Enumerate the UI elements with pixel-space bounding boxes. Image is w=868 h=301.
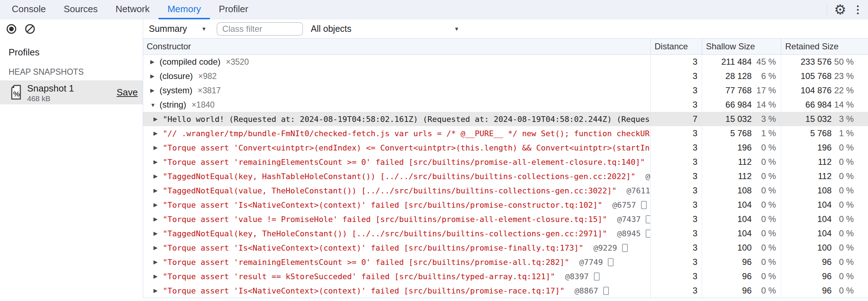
shallow-size-percent: 0 % — [752, 143, 776, 153]
constructor-cell: ▶ "Torque assert 'Is<NativeContext>(cont… — [143, 198, 651, 212]
constructor-text: (string) — [160, 100, 186, 110]
table-row[interactable]: ▶ "Torque assert 'Is<NativeContext>(cont… — [143, 198, 868, 212]
retained-size-value: 104 — [781, 214, 832, 224]
shallow-size-percent: 45 % — [752, 57, 776, 67]
settings-gear-icon[interactable]: ⚙ — [834, 0, 846, 19]
shallow-size-value: 112 — [702, 157, 752, 167]
profiles-toolbar — [0, 19, 143, 38]
expander-icon[interactable]: ▶ — [150, 73, 160, 79]
retained-size-cell: 96 0 % — [781, 269, 868, 283]
retained-size-percent: 0 % — [832, 200, 854, 210]
constructor-cell: ▶ "Torque assert 'Is<NativeContext>(cont… — [143, 283, 651, 298]
table-row[interactable]: ▶ "TaggedNotEqual(value, TheHoleConstant… — [143, 183, 868, 198]
shallow-size-percent: 0 % — [752, 171, 776, 181]
shallow-size-percent: 0 % — [752, 243, 776, 253]
table-row[interactable]: ▶ "Torque assert 'Is<NativeContext>(cont… — [143, 241, 868, 255]
expander-icon[interactable]: ▶ — [153, 273, 163, 280]
table-row[interactable]: ▶ (system) ×3817 3 77 768 17 % 104 876 2… — [143, 83, 868, 98]
tab-console[interactable]: Console — [3, 0, 55, 19]
column-header-constructor[interactable]: Constructor — [143, 39, 651, 54]
shallow-size-value: 112 — [702, 171, 752, 181]
table-row[interactable]: ▶ "Torque assert 'result == kStoreSucced… — [143, 269, 868, 283]
shallow-size-value: 108 — [702, 186, 752, 196]
expander-icon[interactable]: ▶ — [153, 287, 163, 294]
instance-count: ×3520 — [226, 57, 249, 67]
distance-cell: 3 — [651, 169, 702, 183]
constructor-cell: ▶ (compiled code) ×3520 — [143, 55, 651, 69]
shallow-size-cell: 211 484 45 % — [702, 55, 781, 69]
retained-size-value: 104 876 — [781, 85, 832, 95]
expander-icon[interactable]: ▶ — [150, 87, 160, 94]
distance-cell: 3 — [651, 126, 702, 140]
object-id: @8867 — [575, 286, 598, 295]
expander-icon[interactable]: ▶ — [153, 173, 163, 179]
retained-size-value: 100 — [781, 243, 832, 253]
shallow-size-value: 66 984 — [702, 100, 752, 110]
tab-profiler[interactable]: Profiler — [210, 0, 257, 19]
expander-icon[interactable]: ▼ — [150, 102, 160, 108]
object-id: @8397 — [565, 272, 589, 281]
table-row[interactable]: ▶ "Torque assert 'Is<NativeContext>(cont… — [143, 283, 868, 298]
more-options-kebab-icon[interactable] — [856, 4, 860, 16]
table-row[interactable]: ▶ "Torque assert 'value != PromiseHole' … — [143, 212, 868, 226]
tofu-glyph-icon — [622, 244, 628, 252]
constructor-text: "Torque assert 'remainingElementsCount >… — [163, 258, 569, 267]
table-row[interactable]: ▶ "Torque assert 'Convert<uintptr>(endIn… — [143, 140, 868, 155]
tofu-glyph-icon — [646, 215, 651, 223]
object-id: @6757 — [612, 201, 636, 209]
column-header-retained-size[interactable]: Retained Size — [781, 39, 868, 54]
chevron-down-icon: ▼ — [201, 26, 207, 32]
distance-cell: 3 — [651, 255, 702, 269]
table-row[interactable]: ▶ (compiled code) ×3520 3 211 484 45 % 2… — [143, 55, 868, 69]
expander-icon[interactable]: ▶ — [153, 202, 163, 208]
tab-sources[interactable]: Sources — [55, 0, 106, 19]
expander-icon[interactable]: ▶ — [150, 59, 160, 65]
record-heap-snapshot-button[interactable] — [6, 23, 17, 35]
expander-icon[interactable]: ▶ — [153, 230, 163, 237]
table-row[interactable]: ▼ (string) ×1840 3 66 984 14 % 66 984 14… — [143, 98, 868, 112]
retained-size-cell: 196 0 % — [781, 140, 868, 155]
shallow-size-percent: 0 % — [752, 271, 776, 281]
table-row[interactable]: ▶ "Torque assert 'remainingElementsCount… — [143, 255, 868, 269]
shallow-size-cell: 15 032 3 % — [702, 112, 781, 126]
retained-size-cell: 66 984 14 % — [781, 98, 868, 112]
snapshot-list-item[interactable]: % Snapshot 1 468 kB Save — [0, 80, 143, 104]
table-row[interactable]: ▶ "Torque assert 'remainingElementsCount… — [143, 155, 868, 169]
retained-size-value: 66 984 — [781, 100, 832, 110]
tab-network[interactable]: Network — [107, 0, 158, 19]
expander-icon[interactable]: ▶ — [153, 216, 163, 222]
table-row[interactable]: ▶ "// .wrangler/tmp/bundle-FmNIt0/checke… — [143, 126, 868, 140]
retained-size-cell: 100 0 % — [781, 241, 868, 255]
distance-cell: 3 — [651, 140, 702, 155]
column-header-distance[interactable]: Distance — [651, 39, 702, 54]
retained-size-cell: 233 576 50 % — [781, 55, 868, 69]
perspective-select[interactable]: Summary ▼ — [149, 24, 207, 34]
expander-icon[interactable]: ▶ — [153, 130, 163, 137]
svg-text:%: % — [13, 90, 20, 98]
retained-size-value: 108 — [781, 186, 832, 196]
column-header-shallow-size[interactable]: Shallow Size — [702, 39, 781, 54]
expander-icon[interactable]: ▶ — [153, 159, 163, 165]
save-snapshot-link[interactable]: Save — [117, 87, 138, 98]
constructor-cell: ▶ "Torque assert 'remainingElementsCount… — [143, 255, 651, 269]
clear-profiles-button[interactable] — [24, 23, 36, 35]
object-id: @7749 — [579, 258, 603, 267]
table-row[interactable]: ▶ (closure) ×982 3 28 128 6 % 105 768 23… — [143, 69, 868, 83]
retained-size-cell: 112 0 % — [781, 155, 868, 169]
expander-icon[interactable]: ▶ — [153, 116, 163, 122]
expander-icon[interactable]: ▶ — [153, 259, 163, 265]
class-filter-input[interactable] — [217, 22, 303, 36]
constructor-text: "TaggedNotEqual(key, TheHoleConstant()) … — [163, 229, 607, 238]
objects-filter-select[interactable]: All objects ▼ — [311, 24, 459, 34]
table-row[interactable]: ▶ "TaggedNotEqual(key, HashTableHoleCons… — [143, 169, 868, 183]
expander-icon[interactable]: ▶ — [153, 187, 163, 194]
expander-icon[interactable]: ▶ — [153, 144, 163, 151]
table-row[interactable]: ▶ "Hello world! (Requested at: 2024-08-1… — [143, 112, 868, 126]
shallow-size-cell: 96 0 % — [702, 269, 781, 283]
retained-size-percent: 0 % — [832, 271, 854, 281]
table-row[interactable]: ▶ "TaggedNotEqual(key, TheHoleConstant()… — [143, 226, 868, 241]
expander-icon[interactable]: ▶ — [153, 245, 163, 251]
constructor-cell: ▶ "TaggedNotEqual(key, HashTableHoleCons… — [143, 169, 651, 183]
instance-count: ×3817 — [198, 86, 221, 95]
tab-memory[interactable]: Memory — [158, 0, 210, 19]
